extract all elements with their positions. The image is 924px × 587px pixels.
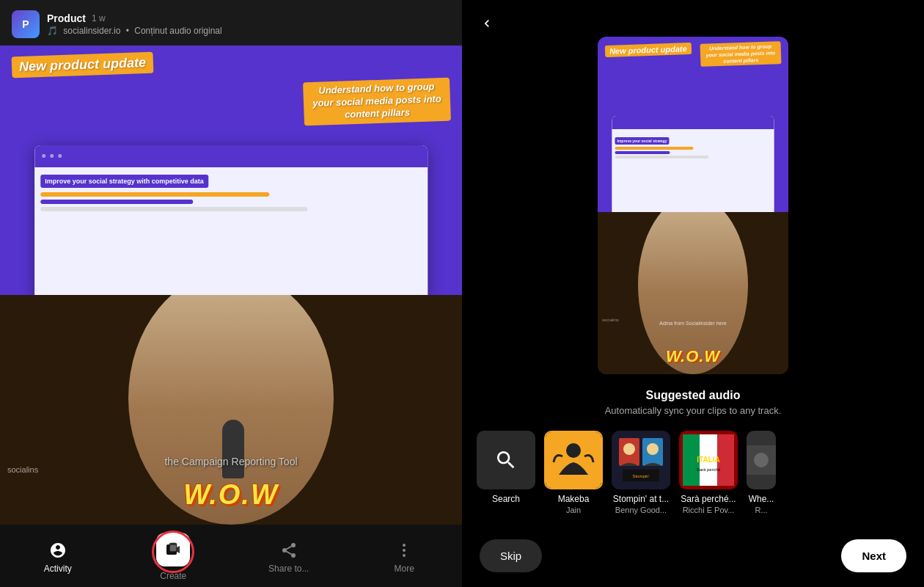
post-meta: Product 1 w 🎵 socialinsider.io • Conținu…	[47, 12, 450, 36]
search-thumb	[477, 431, 535, 489]
svg-point-12	[566, 443, 581, 458]
nav-activity[interactable]: Activity	[0, 540, 116, 574]
mini-bar-2	[615, 151, 670, 154]
avatar: P	[12, 10, 40, 38]
app-bar-2	[40, 200, 193, 204]
video-top-section: New product update Understand how to gro…	[0, 45, 462, 295]
wow-text: W.O.W	[183, 479, 279, 511]
banner-title: New product update	[12, 52, 154, 79]
preview-video: New product update Understand how to gro…	[598, 37, 788, 374]
sara-track-name: Sarà perché...	[681, 494, 736, 504]
svg-text:Stompin': Stompin'	[632, 474, 649, 478]
app-bar-1	[40, 192, 269, 197]
more-icon	[394, 540, 414, 561]
svg-rect-2	[170, 545, 176, 551]
audio-track-stompin[interactable]: Stompin' Stompin' at t... Benny Good...	[612, 431, 670, 514]
whe-cover	[747, 431, 776, 489]
makeba-thumb	[544, 431, 603, 489]
mini-mockup: Improve your social strategy	[612, 116, 774, 213]
mini-mockup-header	[612, 116, 774, 129]
bottom-nav: Activity Create	[0, 525, 462, 587]
nav-dot	[50, 154, 54, 158]
campaign-text: the Campaign Reporting Tool	[164, 456, 297, 467]
mini-app-title: Improve your social strategy	[615, 137, 670, 145]
svg-point-16	[623, 443, 635, 455]
svg-point-5	[291, 553, 296, 558]
sara-thumb: ITALIA Sarà perché	[679, 431, 738, 489]
whe-track-name: Whe...	[749, 494, 774, 504]
svg-rect-11	[548, 434, 599, 486]
mini-banner-desc: Understand how to group your social medi…	[700, 41, 781, 67]
post-meta-title: Product 1 w	[47, 12, 450, 24]
share-icon	[279, 540, 299, 561]
mini-video-top: New product update Understand how to gro…	[598, 37, 788, 212]
mini-video-bottom: Adina from Socialinsider here socialins …	[598, 212, 788, 374]
stompin-thumb: Stompin'	[612, 431, 670, 489]
whe-thumb	[747, 431, 776, 489]
mini-socialins: socialins	[602, 318, 619, 322]
nav-dot	[42, 154, 45, 158]
nav-share[interactable]: Share to...	[231, 540, 347, 574]
create-button[interactable]	[156, 533, 190, 566]
video-container: New product update Understand how to gro…	[0, 45, 462, 525]
svg-point-27	[754, 453, 769, 467]
back-button[interactable]	[474, 10, 500, 37]
audio-label: Conținut audio original	[134, 26, 221, 36]
sara-cover: ITALIA Sarà perché	[679, 431, 738, 489]
app-mockup-body: Improve your social strategy with compet…	[34, 167, 428, 295]
post-meta-sub: 🎵 socialinsider.io • Conținut audio orig…	[47, 26, 450, 36]
banner-desc: Understand how to group your social medi…	[303, 78, 451, 126]
activity-label: Activity	[44, 564, 72, 574]
mini-mockup-body: Improve your social strategy	[612, 129, 774, 213]
whe-track-artist: R...	[755, 506, 767, 514]
sara-track-artist: Ricchi E Pov...	[683, 506, 735, 514]
right-panel: New product update Understand how to gro…	[462, 0, 924, 587]
svg-point-3	[291, 543, 296, 547]
search-track-name: Search	[492, 494, 520, 504]
stompin-track-artist: Benny Good...	[615, 506, 667, 514]
create-button-wrapper[interactable]: Create	[116, 533, 232, 581]
skip-button[interactable]: Skip	[480, 539, 542, 572]
suggested-audio-section: Suggested audio Automatically sync your …	[462, 374, 924, 525]
audio-track-makeba[interactable]: Makeba Jain	[544, 431, 603, 514]
svg-line-6	[286, 551, 291, 554]
account-name: Product	[47, 12, 86, 24]
makeba-track-artist: Jain	[566, 506, 581, 514]
video-bottom-section: the Campaign Reporting Tool socialins W.…	[0, 295, 462, 525]
audio-track-sara[interactable]: ITALIA Sarà perché Sarà perché... Ricchi…	[679, 431, 738, 514]
app-mockup: Improve your social strategy with compet…	[34, 145, 428, 295]
time-ago: 1 w	[92, 13, 106, 23]
mini-caption: Adina from Socialinsider here	[659, 321, 726, 326]
mini-wow-text: W.O.W	[666, 347, 720, 366]
share-label: Share to...	[268, 564, 309, 574]
suggested-title: Suggested audio	[477, 389, 909, 402]
activity-icon	[48, 540, 68, 561]
socialins-label: socialins	[7, 465, 38, 474]
platform-label: socialinsider.io	[63, 26, 120, 36]
app-title: Improve your social strategy with compet…	[40, 175, 208, 188]
suggested-subtitle: Automatically sync your clips to any tra…	[477, 405, 909, 416]
audio-tracks: Search Makeba	[477, 428, 909, 517]
mini-bar-1	[615, 147, 694, 150]
app-mockup-header	[34, 145, 428, 167]
svg-point-10	[403, 554, 406, 557]
audio-track-search[interactable]: Search	[477, 431, 535, 514]
makeba-track-name: Makeba	[558, 494, 590, 504]
create-label: Create	[160, 571, 186, 581]
svg-text:Sarà perché: Sarà perché	[697, 467, 721, 472]
mini-banner-title: New product update	[605, 43, 692, 57]
left-panel: P Product 1 w 🎵 socialinsider.io • Conți…	[0, 0, 462, 587]
svg-point-9	[403, 549, 406, 552]
microphone	[222, 420, 244, 478]
svg-point-4	[282, 548, 287, 553]
nav-more[interactable]: More	[347, 540, 463, 574]
audio-track-whe[interactable]: Whe... R...	[747, 431, 776, 514]
post-header: P Product 1 w 🎵 socialinsider.io • Conți…	[0, 0, 462, 45]
next-button[interactable]: Next	[841, 539, 906, 572]
svg-line-7	[286, 546, 291, 549]
stompin-track-name: Stompin' at t...	[613, 494, 669, 504]
mini-bar-3	[615, 156, 709, 158]
bottom-actions: Skip Next	[462, 525, 924, 587]
svg-point-17	[647, 443, 659, 455]
stompin-cover: Stompin'	[612, 431, 670, 489]
